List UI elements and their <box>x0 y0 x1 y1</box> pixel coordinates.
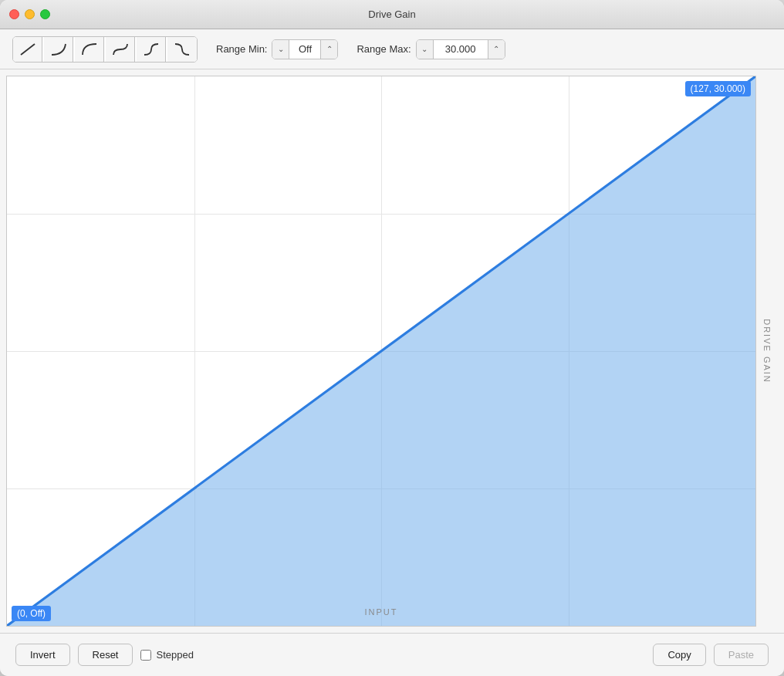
paste-button: Paste <box>714 644 769 666</box>
y-axis-label: DRIVE GAIN <box>762 319 772 384</box>
stepped-label: Stepped <box>156 649 193 661</box>
copy-button[interactable]: Copy <box>653 644 705 666</box>
title-bar: Drive Gain <box>0 0 784 29</box>
range-max-dropdown[interactable]: ⌄ 30.000 ⌃ <box>416 39 505 59</box>
stepped-checkbox[interactable] <box>140 650 151 661</box>
chart-wrapper: (127, 30.000) (0, Off) INPUT DRIVE GAIN <box>6 76 778 627</box>
range-max-label: Range Max: <box>357 43 411 55</box>
y-axis-label-container: DRIVE GAIN <box>756 76 778 627</box>
bottom-bar: Invert Reset Stepped Copy Paste <box>0 633 784 676</box>
range-max-section: Range Max: ⌄ 30.000 ⌃ <box>357 39 505 59</box>
range-min-label: Range Min: <box>216 43 267 55</box>
curve-linear-up-button[interactable] <box>13 37 42 62</box>
close-button[interactable] <box>9 9 19 19</box>
range-max-up-button[interactable]: ⌃ <box>488 40 505 59</box>
coord-label-top: (127, 30.000) <box>685 81 751 96</box>
curve-convex-button[interactable] <box>44 37 73 62</box>
toolbar: Range Min: ⌄ Off ⌃ Range Max: ⌄ 30.000 ⌃ <box>0 29 784 69</box>
main-window: Drive Gain <box>0 0 784 676</box>
minimize-button[interactable] <box>25 9 35 19</box>
stepped-checkbox-label[interactable]: Stepped <box>140 649 193 661</box>
curve-concave-button[interactable] <box>75 37 104 62</box>
maximize-button[interactable] <box>40 9 50 19</box>
reset-button[interactable]: Reset <box>78 644 133 666</box>
range-max-value: 30.000 <box>434 43 488 55</box>
window-title: Drive Gain <box>368 8 415 20</box>
curve-scurve-low-button[interactable] <box>106 37 135 62</box>
curve-step-up-button[interactable] <box>137 37 166 62</box>
chart-container: (127, 30.000) (0, Off) INPUT DRIVE GAIN <box>0 69 784 633</box>
range-min-up-button[interactable]: ⌃ <box>320 40 337 59</box>
x-axis-label: INPUT <box>7 604 755 618</box>
range-max-down-button[interactable]: ⌄ <box>417 40 434 59</box>
traffic-lights <box>9 9 50 19</box>
range-min-section: Range Min: ⌄ Off ⌃ <box>216 39 338 59</box>
range-min-value: Off <box>289 43 320 55</box>
curve-step-down-button[interactable] <box>167 37 197 62</box>
curve-type-selector <box>12 36 198 63</box>
chart-area[interactable]: (127, 30.000) (0, Off) INPUT <box>6 76 756 627</box>
invert-button[interactable]: Invert <box>15 644 70 666</box>
chart-svg <box>7 76 755 626</box>
bottom-bar-right: Copy Paste <box>653 644 769 666</box>
range-min-dropdown[interactable]: ⌄ Off ⌃ <box>272 39 338 59</box>
range-min-down-button[interactable]: ⌄ <box>272 40 289 59</box>
